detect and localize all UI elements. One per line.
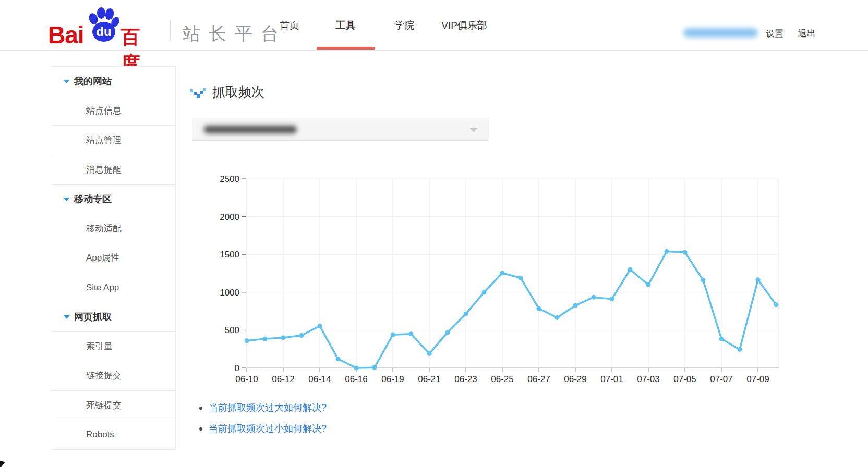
x-tick-label: 07-03: [637, 374, 659, 384]
nav-tab-label: 首页: [280, 20, 299, 31]
data-point: [427, 351, 432, 356]
x-tick-label: 06-16: [345, 374, 367, 384]
y-tick-label: 1500: [220, 250, 239, 260]
nav-tab-3[interactable]: 学院: [377, 0, 432, 51]
x-tick-label: 06-19: [381, 374, 404, 384]
data-point: [464, 312, 468, 316]
bottom-divider: [192, 451, 771, 451]
sidebar-item[interactable]: 站点信息: [51, 96, 175, 126]
triangle-down-icon: [64, 315, 70, 319]
bullet-icon: [199, 427, 202, 431]
sidebar-section-header[interactable]: 网页抓取: [51, 302, 175, 332]
y-tick-label: 500: [225, 325, 239, 335]
data-point: [245, 338, 249, 343]
y-tick-label: 2000: [220, 212, 239, 222]
data-point: [482, 290, 487, 294]
mouse-cursor: [0, 457, 7, 467]
x-tick-label: 07-05: [673, 374, 696, 384]
help-link-row: 当前抓取频次过大如何解决?: [199, 397, 327, 418]
sidebar-item[interactable]: 索引量: [51, 332, 175, 362]
nav-tab-label: 工具: [336, 20, 356, 31]
sidebar-item[interactable]: 死链提交: [51, 391, 175, 421]
data-point: [573, 303, 578, 308]
page-title: 抓取频次: [212, 83, 264, 101]
x-tick-label: 06-14: [308, 374, 331, 384]
data-point: [318, 324, 322, 328]
x-tick-label: 07-09: [746, 374, 769, 384]
x-tick-label: 06-27: [527, 374, 550, 384]
x-tick-label: 06-21: [418, 374, 440, 384]
help-link[interactable]: 当前抓取频次过小如何解决?: [209, 423, 327, 434]
data-point: [665, 249, 669, 254]
help-link[interactable]: 当前抓取频次过大如何解决?: [209, 402, 327, 413]
data-point: [646, 282, 651, 287]
data-point: [336, 357, 341, 361]
data-point: [299, 333, 304, 338]
nav-tab-4[interactable]: VIP俱乐部: [431, 0, 498, 51]
triangle-down-icon: [64, 198, 70, 201]
data-point: [354, 366, 359, 371]
sidebar-item[interactable]: App属性: [51, 243, 175, 273]
data-point: [555, 315, 560, 320]
sidebar-section-title: 网页抓取: [74, 312, 112, 322]
crawl-frequency-icon: [189, 86, 206, 99]
sidebar-item[interactable]: Site App: [51, 273, 175, 303]
data-point: [391, 333, 395, 337]
x-tick-label: 06-10: [235, 374, 258, 384]
sidebar-section-title: 移动专区: [74, 194, 112, 204]
sidebar-section-title: 我的网站: [74, 76, 112, 87]
data-point: [610, 297, 614, 301]
x-tick-label: 07-07: [710, 374, 732, 384]
nav-tab-1[interactable]: 首页: [262, 0, 317, 51]
data-point: [683, 250, 688, 254]
data-point: [445, 330, 450, 335]
sidebar-item[interactable]: 移动适配: [51, 214, 175, 244]
data-point: [537, 306, 541, 311]
data-point: [738, 347, 742, 352]
username-blurred[interactable]: [683, 28, 758, 38]
x-tick-label: 06-12: [272, 374, 294, 384]
data-point: [628, 267, 633, 272]
sidebar-section-header[interactable]: 移动专区: [51, 185, 175, 214]
data-point: [719, 337, 724, 341]
data-point: [281, 335, 286, 340]
data-point: [519, 276, 523, 280]
sidebar: 我的网站站点信息站点管理消息提醒移动专区移动适配App属性Site App网页抓…: [51, 66, 176, 450]
x-tick-label: 06-23: [454, 374, 477, 384]
site-selector-dropdown[interactable]: [192, 118, 489, 141]
main-nav: 首页工具学院VIP俱乐部: [0, 0, 868, 51]
x-tick-label: 06-29: [564, 374, 586, 384]
data-point: [263, 337, 268, 341]
data-point: [701, 278, 706, 282]
data-point: [409, 331, 414, 336]
active-tab-underline: [317, 47, 375, 50]
triangle-down-icon: [64, 80, 70, 83]
dropdown-arrow-icon: [470, 128, 477, 132]
series-line: [247, 251, 776, 368]
data-point: [500, 271, 505, 275]
sidebar-item[interactable]: 消息提醒: [51, 155, 175, 185]
site-domain-blurred: [204, 126, 297, 133]
bullet-icon: [199, 407, 202, 410]
data-point: [774, 302, 779, 307]
nav-tab-2[interactable]: 工具: [317, 0, 375, 51]
logout-link[interactable]: 退出: [798, 28, 816, 40]
help-link-row: 当前抓取频次过小如何解决?: [199, 418, 327, 439]
help-links: 当前抓取频次过大如何解决?当前抓取频次过小如何解决?: [199, 397, 327, 439]
y-tick-label: 0: [235, 363, 239, 373]
sidebar-item[interactable]: Robots: [51, 420, 175, 450]
sidebar-section-header[interactable]: 我的网站: [51, 67, 175, 96]
data-point: [372, 365, 377, 370]
x-tick-label: 06-25: [491, 374, 513, 384]
y-tick-label: 2500: [220, 174, 239, 184]
nav-tab-label: 学院: [394, 20, 414, 31]
sidebar-item[interactable]: 链接提交: [51, 361, 175, 391]
data-point: [592, 295, 596, 300]
x-tick-label: 07-01: [600, 374, 623, 384]
data-point: [756, 277, 761, 282]
header: Bai du 百度 站长平台 首页工具学院VIP俱乐部 设置 退出: [0, 0, 868, 51]
nav-tab-label: VIP俱乐部: [441, 20, 487, 31]
sidebar-item[interactable]: 站点管理: [51, 126, 175, 155]
crawl-frequency-chart: 0500100015002000250006-1006-1206-1406-16…: [201, 172, 782, 388]
settings-link[interactable]: 设置: [766, 28, 783, 40]
